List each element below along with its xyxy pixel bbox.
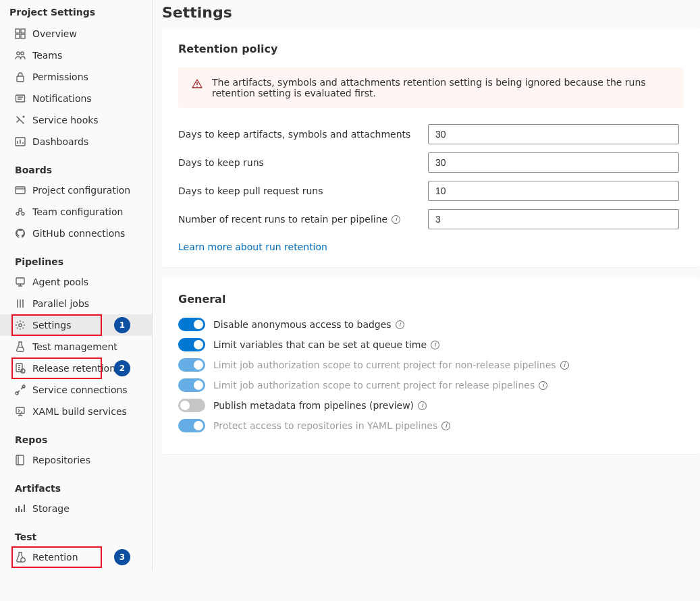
toggle-row-3: Limit job authorization scope to current…	[178, 378, 684, 392]
input-runs-days[interactable]	[428, 152, 679, 173]
toggle-5	[178, 419, 205, 432]
nav-label: Parallel jobs	[32, 297, 89, 310]
nav-label: Test management	[32, 340, 117, 353]
nav-label: Permissions	[32, 70, 88, 84]
nav-label: Dashboards	[32, 135, 88, 148]
nav-general-notifications[interactable]: Notifications	[0, 88, 152, 109]
nav-label: Repositories	[32, 453, 90, 467]
toggle-row-4: Publish metadata from pipelines (preview…	[178, 399, 684, 412]
lock-icon	[15, 71, 26, 82]
general-panel: General Disable anonymous access to badg…	[162, 278, 700, 454]
xaml-icon	[15, 406, 26, 417]
retention-alert: The artifacts, symbols and attachments r…	[178, 67, 684, 108]
connect-icon	[15, 384, 26, 395]
toggle-label-5: Protect access to repositories in YAML p…	[213, 420, 450, 431]
nav-label: Service hooks	[32, 113, 99, 127]
input-artifacts-days[interactable]	[428, 124, 679, 144]
toggle-label-1: Limit variables that can be set at queue…	[213, 339, 439, 350]
toggle-row-1: Limit variables that can be set at queue…	[178, 338, 684, 351]
toggle-row-0: Disable anonymous access to badgesi	[178, 318, 684, 331]
nav-label: Storage	[32, 502, 70, 515]
github-icon	[15, 228, 26, 239]
group-boards: Boards	[0, 152, 152, 179]
nav-label: Notifications	[32, 92, 92, 105]
toggle-label-4: Publish metadata from pipelines (preview…	[213, 400, 427, 411]
toggle-row-2: Limit job authorization scope to current…	[178, 358, 684, 372]
config-icon	[15, 185, 26, 196]
repo-icon	[15, 455, 26, 465]
sidebar-title: Project Settings	[0, 0, 152, 23]
nav-pipelines-test-management[interactable]: Test management	[0, 336, 152, 357]
nav-boards-project-configuration[interactable]: Project configuration	[0, 179, 152, 201]
warning-icon	[192, 78, 203, 98]
label-runs: Days to keep runs	[178, 157, 428, 168]
toggle-0[interactable]	[178, 318, 205, 331]
toggle-4[interactable]	[178, 399, 205, 412]
nav-label: GitHub connections	[32, 227, 125, 240]
nav-pipelines-xaml-build-services[interactable]: XAML build services	[0, 401, 152, 422]
label-pr-runs: Days to keep pull request runs	[178, 185, 428, 196]
alert-text: The artifacts, symbols and attachments r…	[212, 77, 670, 98]
nav-general-overview[interactable]: Overview	[0, 23, 152, 45]
toggle-3	[178, 378, 205, 392]
info-icon[interactable]: i	[418, 401, 427, 410]
testretention-icon	[15, 552, 26, 563]
storage-icon	[15, 503, 26, 514]
info-icon[interactable]: i	[396, 320, 404, 329]
gear-icon	[15, 320, 26, 331]
label-artifacts: Days to keep artifacts, symbols and atta…	[178, 129, 428, 140]
nav-general-teams[interactable]: Teams	[0, 45, 152, 66]
nav-general-permissions[interactable]: Permissions	[0, 66, 152, 88]
nav-pipelines-service-connections[interactable]: Service connections	[0, 379, 152, 401]
learn-more-link[interactable]: Learn more about run retention	[178, 241, 327, 252]
nav-label: XAML build services	[32, 405, 127, 418]
info-icon[interactable]: i	[392, 215, 400, 224]
test-icon	[15, 341, 26, 352]
label-recent-runs: Number of recent runs to retain per pipe…	[178, 214, 428, 225]
page-title: Settings	[162, 4, 700, 28]
retention-icon	[15, 363, 26, 374]
nav-label: Teams	[32, 49, 62, 62]
hooks-icon	[15, 115, 26, 125]
nav-repos-repositories[interactable]: Repositories	[0, 449, 152, 471]
nav-label: Project configuration	[32, 183, 130, 197]
nav-label: Agent pools	[32, 275, 88, 289]
notifications-icon	[15, 93, 26, 104]
toggle-label-2: Limit job authorization scope to current…	[213, 360, 569, 370]
toggle-1[interactable]	[178, 338, 205, 351]
info-icon[interactable]: i	[539, 381, 547, 390]
toggle-label-3: Limit job authorization scope to current…	[213, 380, 547, 391]
toggle-label-0: Disable anonymous access to badgesi	[213, 319, 404, 330]
general-heading: General	[178, 293, 684, 306]
retention-heading: Retention policy	[178, 42, 684, 55]
nav-pipelines-agent-pools[interactable]: Agent pools	[0, 271, 152, 293]
info-icon[interactable]: i	[431, 341, 439, 349]
info-icon[interactable]: i	[560, 361, 569, 370]
nav-label: Settings	[32, 318, 71, 332]
input-recent-runs[interactable]	[428, 209, 679, 229]
agent-icon	[15, 277, 26, 287]
retention-policy-panel: Retention policy The artifacts, symbols …	[162, 28, 700, 267]
nav-label: Release retention	[32, 362, 115, 375]
group-pipelines: Pipelines	[0, 244, 152, 271]
input-pr-runs-days[interactable]	[428, 181, 679, 201]
nav-label: Overview	[32, 27, 77, 40]
dashboard-icon	[15, 136, 26, 147]
nav-artifacts-storage[interactable]: Storage	[0, 498, 152, 519]
info-icon[interactable]: i	[441, 422, 450, 430]
nav-label: Service connections	[32, 383, 128, 397]
teamconfig-icon	[15, 206, 26, 217]
group-artifacts: Artifacts	[0, 471, 152, 498]
group-test: Test	[0, 519, 152, 546]
callout-2: 2	[114, 360, 130, 376]
nav-label: Retention	[32, 550, 78, 564]
nav-boards-github-connections[interactable]: GitHub connections	[0, 223, 152, 244]
nav-general-dashboards[interactable]: Dashboards	[0, 131, 152, 152]
nav-general-service-hooks[interactable]: Service hooks	[0, 109, 152, 131]
callout-3: 3	[114, 549, 130, 565]
nav-label: Team configuration	[32, 205, 123, 219]
group-repos: Repos	[0, 422, 152, 449]
nav-pipelines-parallel-jobs[interactable]: Parallel jobs	[0, 293, 152, 314]
nav-boards-team-configuration[interactable]: Team configuration	[0, 201, 152, 223]
overview-icon	[15, 28, 26, 39]
